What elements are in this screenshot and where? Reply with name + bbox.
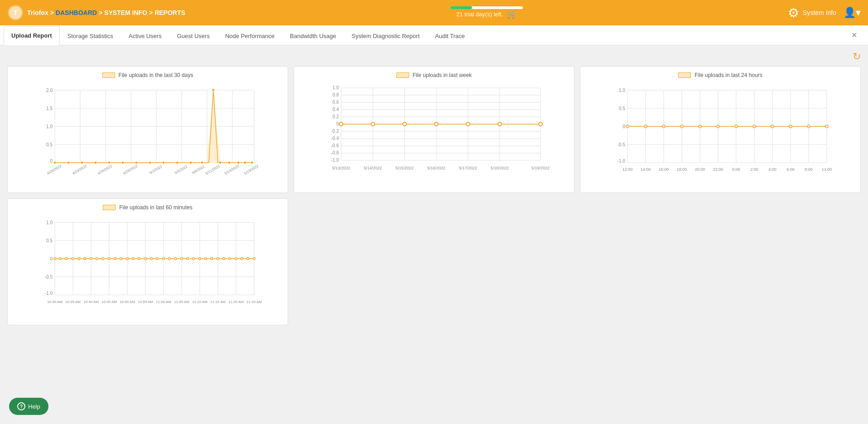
chart-last-week: File uploads in last week <box>294 66 574 193</box>
svg-point-203 <box>235 258 237 260</box>
svg-text:4:00: 4:00 <box>768 167 776 172</box>
svg-point-195 <box>187 258 189 260</box>
svg-text:0: 0 <box>622 124 625 129</box>
svg-text:5/15/2022: 5/15/2022 <box>395 166 414 170</box>
chart1-legend-box <box>102 72 115 78</box>
svg-text:5/5/2022: 5/5/2022 <box>174 164 188 175</box>
chart2-legend-box <box>396 72 409 78</box>
empty-chart-slot-3 <box>580 198 861 325</box>
svg-point-193 <box>174 258 177 260</box>
breadcrumb-reports[interactable]: REPORTS <box>154 9 185 16</box>
svg-text:0.4: 0.4 <box>333 107 339 112</box>
sep2: > <box>99 9 102 16</box>
tab-audit-trace[interactable]: Audit Trace <box>427 27 473 45</box>
svg-point-175 <box>65 258 68 260</box>
help-button-label: Help <box>28 403 40 410</box>
svg-text:1.0: 1.0 <box>46 220 53 225</box>
svg-point-180 <box>96 258 98 260</box>
tab-system-diagnostic[interactable]: System Diagnostic Report <box>344 27 427 45</box>
svg-point-183 <box>114 258 116 260</box>
svg-point-196 <box>193 258 195 260</box>
svg-text:5/19/2022: 5/19/2022 <box>531 166 550 170</box>
svg-point-204 <box>241 258 243 260</box>
svg-text:20:00: 20:00 <box>695 167 705 172</box>
svg-point-181 <box>102 258 104 260</box>
tab-guest-users[interactable]: Guest Users <box>169 27 217 45</box>
svg-point-188 <box>145 258 147 260</box>
close-tabs-button[interactable]: ✕ <box>844 25 864 45</box>
help-circle-icon: ? <box>17 402 25 410</box>
chart1-svg: 2.0 1.5 1.0 0.5 0 4/20/2022 4/23/2022 4/… <box>13 81 282 185</box>
svg-point-46 <box>228 161 231 164</box>
chart1-title-row: File uploads in the last 30 days <box>13 72 282 78</box>
svg-text:4/29/2022: 4/29/2022 <box>122 164 139 176</box>
svg-text:-0.4: -0.4 <box>331 136 339 141</box>
tab-active-users[interactable]: Active Users <box>121 27 169 45</box>
svg-point-190 <box>156 258 159 260</box>
svg-text:1.0: 1.0 <box>333 85 339 90</box>
svg-text:2.0: 2.0 <box>46 88 53 93</box>
tab-bandwidth-usage[interactable]: Bandwidth Usage <box>282 27 344 45</box>
svg-text:0: 0 <box>50 159 53 164</box>
svg-text:5/8/2022: 5/8/2022 <box>191 164 206 175</box>
svg-point-42 <box>189 161 192 164</box>
svg-text:5/14/2022: 5/14/2022 <box>364 166 382 170</box>
sep1: > <box>50 9 54 16</box>
tab-storage-statistics[interactable]: Storage Statistics <box>60 27 121 45</box>
cart-icon[interactable]: 🛒 <box>507 9 517 19</box>
svg-text:1.5: 1.5 <box>46 106 53 111</box>
chart4-title-row: File uploads in last 60 minutes <box>13 204 282 211</box>
tab-node-performance[interactable]: Node Performance <box>217 27 282 45</box>
svg-text:4/20/2022: 4/20/2022 <box>46 164 63 176</box>
svg-point-49 <box>251 161 253 164</box>
chart2-title-row: File uploads in last week <box>299 72 569 78</box>
svg-point-136 <box>789 125 792 128</box>
svg-text:16:00: 16:00 <box>659 167 669 172</box>
chart1-title: File uploads in the last 30 days <box>119 72 193 78</box>
svg-point-187 <box>138 258 140 260</box>
svg-text:0.6: 0.6 <box>333 100 339 105</box>
chart3-title: File uploads in last 24 hours <box>694 72 762 78</box>
sep3: > <box>149 9 153 16</box>
svg-point-201 <box>223 258 225 260</box>
brand-name: Triofox <box>27 9 48 16</box>
refresh-icon[interactable]: ↻ <box>853 51 861 63</box>
chart2-svg: 1.0 0.8 0.6 0.4 0.2 0 -0.2 -0.4 -0.6 -0.… <box>299 81 569 185</box>
breadcrumb-dashboard[interactable]: DASHBOARD <box>56 9 97 16</box>
svg-text:14:00: 14:00 <box>641 167 651 172</box>
svg-text:10:30 AM: 10:30 AM <box>47 300 63 304</box>
trial-text: 21 trial day(s) left. <box>456 11 503 18</box>
svg-point-128 <box>644 125 647 128</box>
svg-text:11:29 AM: 11:29 AM <box>246 300 262 304</box>
chart4-svg: 1.0 0.5 0 -0.5 -1.0 10:30 AM 10:35 AM 10… <box>13 213 282 318</box>
svg-point-129 <box>662 125 665 128</box>
user-icon[interactable]: 👤▾ <box>844 7 861 19</box>
breadcrumb-sysinfo[interactable]: SYSTEM INFO <box>104 9 147 16</box>
tab-upload-report[interactable]: Upload Report <box>4 26 60 45</box>
svg-text:0: 0 <box>336 121 339 126</box>
svg-text:11:00 AM: 11:00 AM <box>156 300 171 304</box>
svg-text:4/23/2022: 4/23/2022 <box>72 164 88 176</box>
svg-point-194 <box>181 258 183 260</box>
svg-point-131 <box>699 125 701 128</box>
svg-point-91 <box>498 122 502 126</box>
system-info-button[interactable]: ⚙ System Info <box>788 5 836 20</box>
svg-text:5/16/2022: 5/16/2022 <box>427 166 445 170</box>
svg-text:0.5: 0.5 <box>46 238 53 243</box>
refresh-row: ↻ <box>7 51 861 63</box>
svg-text:-0.8: -0.8 <box>331 150 339 155</box>
svg-point-36 <box>108 161 111 164</box>
svg-point-89 <box>434 122 438 126</box>
chart4-title: File uploads in last 60 minutes <box>119 204 192 211</box>
help-button[interactable]: ? Help <box>9 398 48 415</box>
svg-text:1.0: 1.0 <box>46 124 53 129</box>
gear-icon: ⚙ <box>788 5 799 20</box>
svg-point-127 <box>626 125 629 128</box>
svg-text:-1.0: -1.0 <box>617 159 626 164</box>
svg-text:10:40 AM: 10:40 AM <box>83 300 99 304</box>
svg-text:10:50 AM: 10:50 AM <box>120 300 135 304</box>
svg-point-35 <box>94 161 97 164</box>
svg-point-47 <box>237 161 240 164</box>
system-info-label: System Info <box>803 9 836 16</box>
svg-text:10:55 AM: 10:55 AM <box>138 300 153 304</box>
